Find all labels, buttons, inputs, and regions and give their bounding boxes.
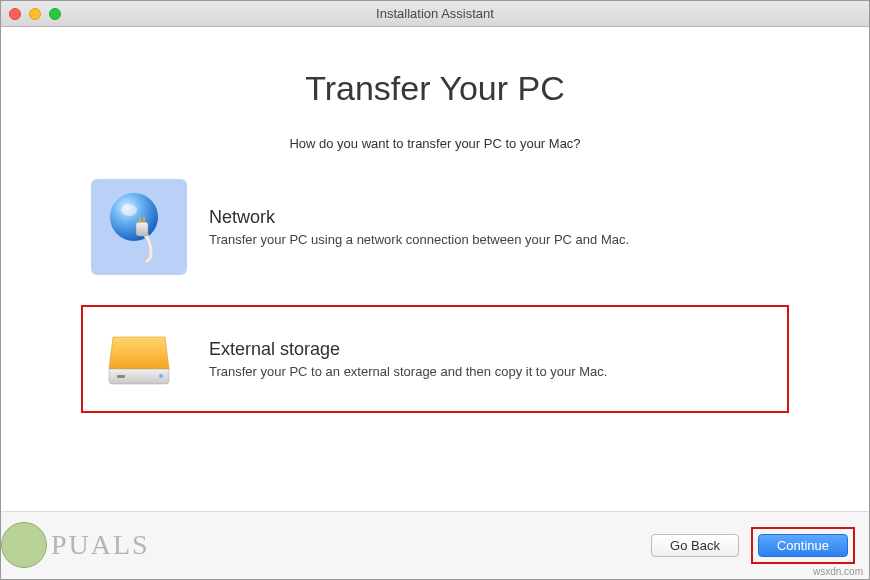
option-network[interactable]: Network Transfer your PC using a network… [81, 173, 789, 281]
main-content: Transfer Your PC How do you want to tran… [1, 27, 869, 511]
svg-rect-4 [143, 217, 145, 223]
svg-point-1 [121, 204, 137, 216]
footer: PUALS Go Back Continue [1, 511, 869, 579]
svg-point-5 [159, 374, 163, 378]
window-controls [9, 8, 61, 20]
option-network-title: Network [209, 207, 629, 228]
svg-rect-6 [117, 375, 125, 378]
continue-button[interactable]: Continue [758, 534, 848, 557]
watermark-right-text: wsxdn.com [813, 566, 863, 577]
option-external-desc: Transfer your PC to an external storage … [209, 364, 607, 379]
close-icon[interactable] [9, 8, 21, 20]
continue-highlight: Continue [751, 527, 855, 564]
svg-point-0 [110, 193, 158, 241]
page-subtitle: How do you want to transfer your PC to y… [289, 136, 580, 151]
options-list: Network Transfer your PC using a network… [81, 173, 789, 437]
maximize-icon[interactable] [49, 8, 61, 20]
watermark-logo: PUALS [1, 511, 150, 579]
svg-rect-3 [139, 217, 141, 223]
option-external-title: External storage [209, 339, 607, 360]
titlebar: Installation Assistant [1, 1, 869, 27]
option-external-storage[interactable]: External storage Transfer your PC to an … [81, 305, 789, 413]
network-icon [91, 179, 187, 275]
watermark-left-text: PUALS [51, 529, 150, 561]
window-title: Installation Assistant [1, 6, 869, 21]
minimize-icon[interactable] [29, 8, 41, 20]
page-title: Transfer Your PC [305, 69, 565, 108]
external-storage-icon [91, 311, 187, 407]
option-network-desc: Transfer your PC using a network connect… [209, 232, 629, 247]
svg-rect-2 [136, 222, 148, 236]
go-back-button[interactable]: Go Back [651, 534, 739, 557]
